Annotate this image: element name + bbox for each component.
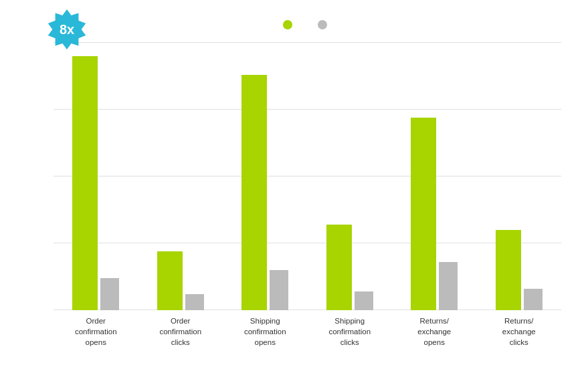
bar-gray-shipping-confirmation-clicks xyxy=(355,291,373,310)
bar-group-shipping-confirmation-clicks xyxy=(308,225,393,310)
bar-green-returns-exchange-opens xyxy=(411,118,436,310)
bar-green-order-confirmation-opens xyxy=(72,56,98,310)
bar-group-order-confirmation-opens: 8x xyxy=(54,56,138,310)
bar-label-returns-exchange-opens: Returns/exchangeopens xyxy=(392,316,477,348)
badge-text: 8x xyxy=(60,22,74,37)
bar-gray-order-confirmation-clicks xyxy=(185,294,204,310)
chart-area: 8x xyxy=(54,43,561,310)
bar-gray-returns-exchange-clicks xyxy=(524,289,543,310)
bar-label-shipping-confirmation-clicks: Shippingconfirmationclicks xyxy=(308,316,393,348)
bar-green-order-confirmation-clicks xyxy=(157,251,183,310)
bar-gray-returns-exchange-opens xyxy=(439,262,458,310)
bar-group-order-confirmation-clicks xyxy=(138,251,223,310)
bar-group-returns-exchange-clicks xyxy=(477,230,562,310)
bar-green-shipping-confirmation-clicks xyxy=(326,225,352,310)
legend-other xyxy=(318,20,332,29)
transactional-dot xyxy=(283,20,292,29)
bar-group-shipping-confirmation-opens xyxy=(223,75,308,310)
bar-green-returns-exchange-clicks xyxy=(496,230,521,310)
bar-green-shipping-confirmation-opens xyxy=(241,75,267,310)
bar-label-returns-exchange-clicks: Returns/exchangeclicks xyxy=(477,316,562,348)
other-dot xyxy=(318,20,327,29)
chart-container: 8x OrderconfirmationopensOrderconfirmati… xyxy=(0,0,588,371)
bars-wrapper: 8x xyxy=(54,43,561,310)
bar-gray-order-confirmation-opens xyxy=(100,278,119,310)
bar-gray-shipping-confirmation-opens xyxy=(270,270,288,310)
chart-legend xyxy=(54,13,561,29)
bar-group-returns-exchange-opens xyxy=(392,118,477,310)
bar-label-order-confirmation-opens: Orderconfirmationopens xyxy=(54,316,138,348)
labels-row: OrderconfirmationopensOrderconfirmationc… xyxy=(54,316,561,348)
bar-label-order-confirmation-clicks: Orderconfirmationclicks xyxy=(138,316,223,348)
legend-transactional xyxy=(283,20,298,29)
bar-label-shipping-confirmation-opens: Shippingconfirmationopens xyxy=(223,316,308,348)
